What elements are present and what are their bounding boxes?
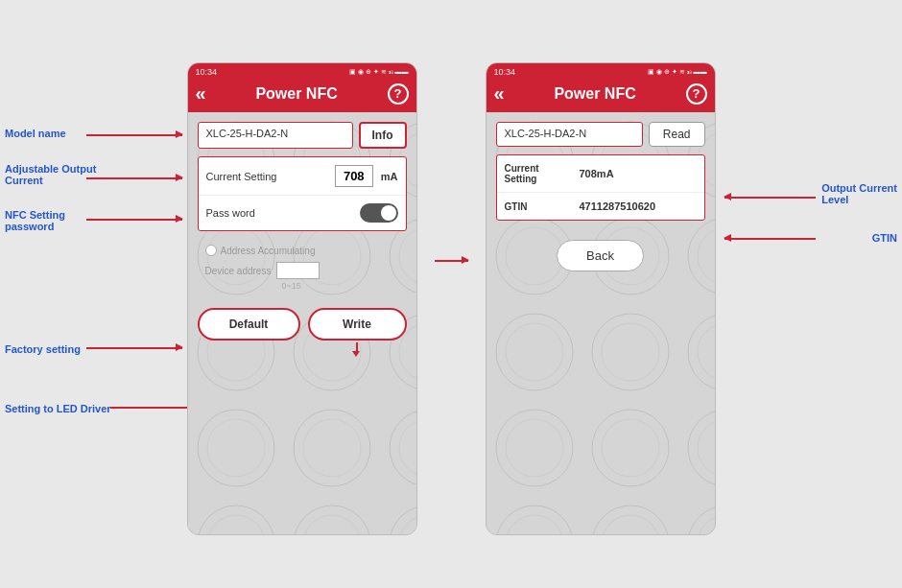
left-help-btn[interactable]: ?	[388, 83, 409, 105]
read-button[interactable]: Read	[649, 122, 705, 147]
gtin-key: GTIN	[505, 201, 572, 212]
ma-unit: mA	[381, 171, 398, 182]
setting-to-led-label: Setting to LED Driver	[5, 403, 111, 414]
adjustable-output-label: Adjustable Output Current	[5, 163, 96, 186]
model-name-label: Model name	[5, 128, 66, 139]
right-phone: 10:34 ▣ ◉ ⊕ ✦ ≋ ₃ᵢₗ ▬▬ « Power NFC ? XLC…	[486, 62, 716, 535]
right-model-box: XLC-25-H-DA2-N	[496, 122, 643, 147]
left-time: 10:34	[196, 67, 218, 77]
left-status-icons: ▣ ◉ ⊕ ✦ ≋ ₃ᵢₗ ▬▬	[349, 68, 409, 76]
right-time: 10:34	[494, 67, 516, 77]
gtin-val: 4711287510620	[580, 200, 656, 212]
factory-setting-label: Factory setting	[5, 343, 81, 355]
write-button[interactable]: Write	[308, 308, 407, 341]
right-back-btn[interactable]: «	[494, 82, 505, 105]
device-address-label: Device address	[205, 266, 272, 276]
right-title: Power NFC	[554, 85, 635, 103]
current-setting-label: Current Setting	[206, 171, 327, 182]
left-title: Power NFC	[255, 85, 337, 103]
address-accumulating-label: Address Accumulating	[221, 246, 316, 256]
info-button[interactable]: Info	[359, 122, 407, 149]
range-label: 0~15	[282, 281, 399, 291]
gtin-right-label: GTIN	[872, 232, 897, 244]
between-arrow	[435, 260, 468, 262]
device-address-input[interactable]	[276, 262, 320, 279]
current-setting-value[interactable]: 708	[335, 165, 373, 187]
nfc-password-label: NFC Setting password	[5, 209, 65, 232]
right-help-btn[interactable]: ?	[686, 83, 707, 105]
current-setting-val: 708mA	[580, 168, 614, 179]
current-setting-key: Current Setting	[505, 163, 572, 184]
address-radio[interactable]	[205, 245, 217, 256]
default-button[interactable]: Default	[198, 308, 300, 341]
right-status-icons: ▣ ◉ ⊕ ✦ ≋ ₃ᵢₗ ▬▬	[648, 68, 707, 76]
output-current-level-label: Output Current Level	[821, 182, 897, 205]
left-phone: 10:34 ▣ ◉ ⊕ ✦ ≋ ₃ᵢₗ ▬▬ « Power NFC ? XLC…	[187, 62, 417, 535]
password-label: Pass word	[206, 207, 360, 219]
left-model-box: XLC-25-H-DA2-N	[198, 122, 353, 149]
password-toggle[interactable]	[360, 203, 398, 223]
left-back-btn[interactable]: «	[196, 82, 206, 105]
back-button[interactable]: Back	[557, 240, 644, 271]
